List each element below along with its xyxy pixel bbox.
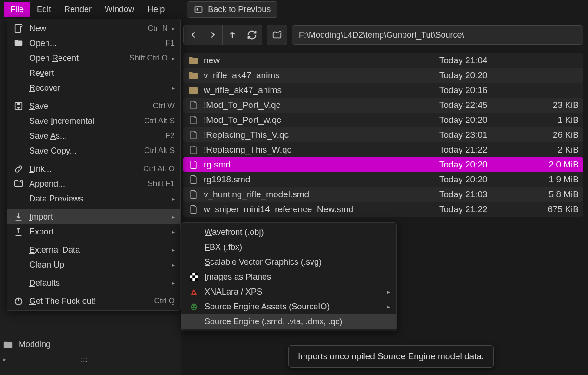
blank-icon	[13, 146, 25, 156]
file-menu-revert[interactable]: Revert	[7, 66, 180, 80]
menu-file[interactable]: File	[4, 2, 30, 17]
blank-icon	[13, 53, 25, 63]
file-row[interactable]: rg.smdToday 20:202.0 MiB	[183, 157, 583, 172]
nav-forward-button[interactable]	[203, 25, 223, 45]
blank-icon	[13, 116, 25, 126]
nav-back-button[interactable]	[184, 25, 203, 45]
svg-rect-24	[195, 273, 198, 276]
file-icon	[188, 205, 199, 214]
blank-icon	[188, 316, 200, 327]
menu-edit[interactable]: Edit	[30, 2, 58, 17]
file-icon	[188, 130, 199, 140]
blank-icon	[13, 131, 25, 141]
file-row[interactable]: w_sniper_mini14_reference_New.smdToday 2…	[183, 202, 583, 217]
file-row[interactable]: !Mod_To_Port_w.qcToday 20:201 KiB	[183, 113, 583, 127]
nav-up-button[interactable]	[223, 25, 242, 45]
import-scalable-vector-graphics-svg-[interactable]: Scalable Vector Graphics (.svg)	[181, 254, 396, 269]
nav-refresh-button[interactable]	[242, 25, 262, 45]
blank-icon	[13, 278, 25, 288]
file-icon	[188, 160, 199, 169]
chevron-right-icon: ▸	[172, 228, 175, 235]
menu-window[interactable]: Window	[98, 2, 141, 17]
file-menu-open-recent[interactable]: Open RecentShift Ctrl O▸	[7, 51, 180, 66]
file-menu-save-copy-[interactable]: Save Copy...Ctrl Alt S	[7, 143, 180, 158]
file-menu-defaults[interactable]: Defaults▸	[7, 275, 180, 290]
folder-icon	[188, 71, 199, 80]
chevron-right-icon: ▸	[387, 303, 390, 310]
file-menu-clean-up[interactable]: Clean Up▸	[7, 257, 180, 272]
file-row[interactable]: v_rifle_ak47_animsToday 20:20	[183, 68, 583, 83]
save-icon	[13, 101, 25, 111]
import-source-engine-smd-vta-dmx-qc-[interactable]: Source Engine (.smd, .vta, .dmx, .qc)	[181, 314, 396, 329]
svg-rect-19	[17, 103, 20, 105]
folder-icon	[188, 56, 199, 65]
blank-icon	[13, 260, 25, 270]
menu-help[interactable]: Help	[141, 2, 171, 17]
file-icon	[188, 190, 199, 199]
blank-icon	[13, 68, 25, 78]
folder-icon	[13, 38, 25, 48]
new-folder-button[interactable]	[267, 25, 287, 45]
file-menu-new[interactable]: NewCtrl N▸	[7, 21, 180, 36]
file-icon	[188, 115, 199, 125]
chevron-right-icon: ▸	[172, 261, 175, 268]
bookmark-modding[interactable]: Modding	[3, 340, 51, 349]
folder-icon	[3, 340, 13, 349]
blank-icon	[188, 242, 200, 252]
file-menu-recover[interactable]: Recover▸	[7, 80, 180, 95]
blank-icon	[188, 227, 200, 237]
chevron-right-icon: ▸	[172, 213, 175, 221]
menubar: FileEditRenderWindowHelp Back to Previou…	[0, 0, 588, 19]
folder-icon	[188, 86, 199, 95]
file-row[interactable]: !Replacing_This_V.qcToday 23:0126 KiB	[183, 127, 583, 142]
file-menu-export[interactable]: Export▸	[7, 224, 180, 239]
file-menu-open-[interactable]: Open...F1	[7, 36, 180, 51]
file-icon	[188, 100, 199, 110]
import-fbx-fbx-[interactable]: FBX (.fbx)	[181, 240, 396, 254]
file-menu-dropdown: NewCtrl N▸Open...F1Open RecentShift Ctrl…	[7, 19, 181, 311]
chevron-right-icon: ▸	[172, 279, 175, 287]
file-menu-import[interactable]: Import▸	[7, 209, 180, 224]
file-menu-append-[interactable]: Append...Shift F1	[7, 176, 180, 191]
import-source-engine-assets-sourceio-[interactable]: Source Engine Assets (SourceIO)▸	[181, 299, 396, 314]
back-to-previous-button[interactable]: Back to Previous	[187, 1, 277, 18]
back-label: Back to Previous	[208, 5, 271, 14]
append-icon	[13, 179, 25, 189]
import-xnalara-xps[interactable]: XNALara / XPS▸	[181, 284, 396, 299]
svg-point-29	[191, 304, 197, 311]
file-toolbar: F:\Modding\L4D2\temp\Gunport_Tut\Source\	[183, 23, 583, 47]
blank-icon	[188, 257, 200, 267]
file-menu-save[interactable]: SaveCtrl W	[7, 99, 180, 114]
svg-rect-27	[195, 278, 198, 281]
file-menu-data-previews[interactable]: Data Previews▸	[7, 191, 180, 206]
path-input[interactable]: F:\Modding\L4D2\temp\Gunport_Tut\Source\	[292, 25, 583, 45]
file-row[interactable]: rg1918.smdToday 20:201.9 MiB	[183, 172, 583, 187]
menu-render[interactable]: Render	[58, 2, 98, 17]
chevron-right-icon: ▸	[172, 25, 175, 32]
file-menu-link-[interactable]: Link...Ctrl Alt O	[7, 161, 180, 176]
import-images-as-planes[interactable]: Images as Planes	[181, 269, 396, 284]
file-row[interactable]: v_hunting_rifle_model.smdToday 21:035.8 …	[183, 187, 583, 202]
file-icon	[188, 145, 199, 154]
import-wavefront-obj-[interactable]: Wavefront (.obj)	[181, 225, 396, 240]
back-icon	[194, 5, 203, 14]
file-menu-save-as-[interactable]: Save As...F2	[7, 128, 180, 143]
file-menu-get-the-fuck-out-[interactable]: Get The Fuck out!Ctrl Q	[7, 294, 180, 308]
file-list: newToday 21:04v_rifle_ak47_animsToday 20…	[183, 53, 583, 217]
import-submenu: Wavefront (.obj)FBX (.fbx)Scalable Vecto…	[181, 222, 397, 331]
file-row[interactable]: w_rifle_ak47_animsToday 20:16	[183, 83, 583, 98]
chevron-right-icon: ▸	[172, 54, 175, 62]
file-menu-external-data[interactable]: External Data▸	[7, 242, 180, 257]
power-icon	[13, 296, 25, 306]
xna-icon	[188, 287, 200, 297]
file-icon	[188, 175, 199, 184]
svg-rect-25	[192, 275, 195, 278]
resize-handle[interactable]: ▸::::	[3, 355, 88, 363]
file-menu-save-incremental[interactable]: Save IncrementalCtrl Alt S	[7, 114, 180, 128]
blank-icon	[13, 245, 25, 255]
svg-rect-23	[190, 273, 193, 276]
file-row[interactable]: !Mod_To_Port_V.qcToday 22:4523 KiB	[183, 98, 583, 113]
file-row[interactable]: newToday 21:04	[183, 53, 583, 68]
svg-point-31	[194, 306, 196, 307]
file-row[interactable]: !Replacing_This_W.qcToday 21:222 KiB	[183, 142, 583, 157]
